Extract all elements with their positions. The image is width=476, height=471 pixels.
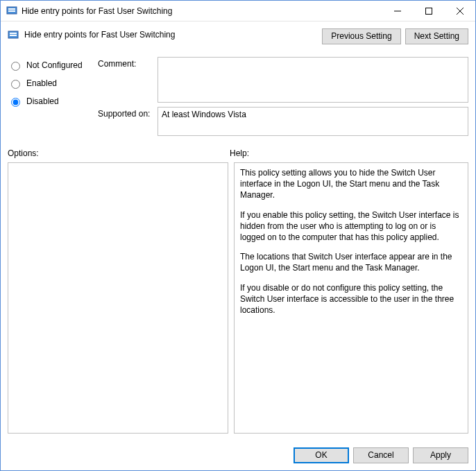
svg-rect-8 [10,33,17,34]
apply-button[interactable]: Apply [413,447,468,463]
help-label: Help: [230,148,249,158]
close-button[interactable] [444,1,475,21]
policy-icon [6,6,17,17]
svg-rect-4 [425,8,432,14]
radio-not-configured[interactable]: Not Configured [8,60,98,71]
help-paragraph: If you disable or do not configure this … [240,282,462,316]
svg-rect-2 [8,10,15,12]
previous-setting-button[interactable]: Previous Setting [322,28,400,44]
cancel-button[interactable]: Cancel [353,447,409,463]
policy-title: Hide entry points for Fast User Switchin… [24,28,322,40]
radio-disabled-label: Disabled [26,96,59,106]
help-paragraph: If you enable this policy setting, the S… [240,209,462,243]
options-pane [8,162,228,434]
help-pane: This policy setting allows you to hide t… [234,162,468,434]
comment-textarea[interactable] [158,57,468,103]
window-title: Hide entry points for Fast User Switchin… [22,6,382,16]
radio-disabled-input[interactable] [11,98,20,107]
radio-disabled[interactable]: Disabled [8,96,98,107]
radio-enabled-label: Enabled [26,78,57,88]
radio-not-configured-label: Not Configured [26,60,83,70]
supported-on-label: Supported on: [98,107,158,136]
help-paragraph: The locations that Switch User interface… [240,251,462,273]
radio-enabled[interactable]: Enabled [8,78,98,89]
minimize-button[interactable] [382,1,413,21]
comment-label: Comment: [98,57,158,103]
radio-not-configured-input[interactable] [11,62,20,71]
titlebar: Hide entry points for Fast User Switchin… [1,1,475,22]
options-label: Options: [8,148,230,158]
ok-button[interactable]: OK [294,447,349,463]
supported-on-textarea [158,107,468,136]
policy-header-icon [8,30,19,41]
next-setting-button[interactable]: Next Setting [405,28,468,44]
help-paragraph: This policy setting allows you to hide t… [240,167,462,201]
radio-enabled-input[interactable] [11,80,20,89]
svg-rect-1 [8,8,15,10]
maximize-button[interactable] [413,1,444,21]
svg-rect-9 [10,35,17,36]
